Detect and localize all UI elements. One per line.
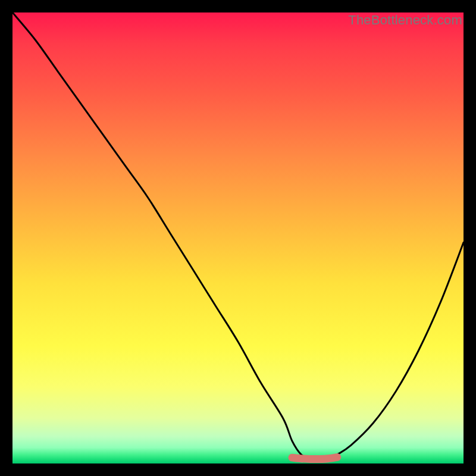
flat-region-marker [292, 457, 337, 459]
chart-svg [12, 12, 464, 464]
plot-area: TheBottleneck.com [12, 12, 464, 464]
chart-frame: TheBottleneck.com [0, 0, 476, 476]
watermark-text: TheBottleneck.com [348, 12, 462, 28]
bottleneck-curve [12, 12, 464, 459]
